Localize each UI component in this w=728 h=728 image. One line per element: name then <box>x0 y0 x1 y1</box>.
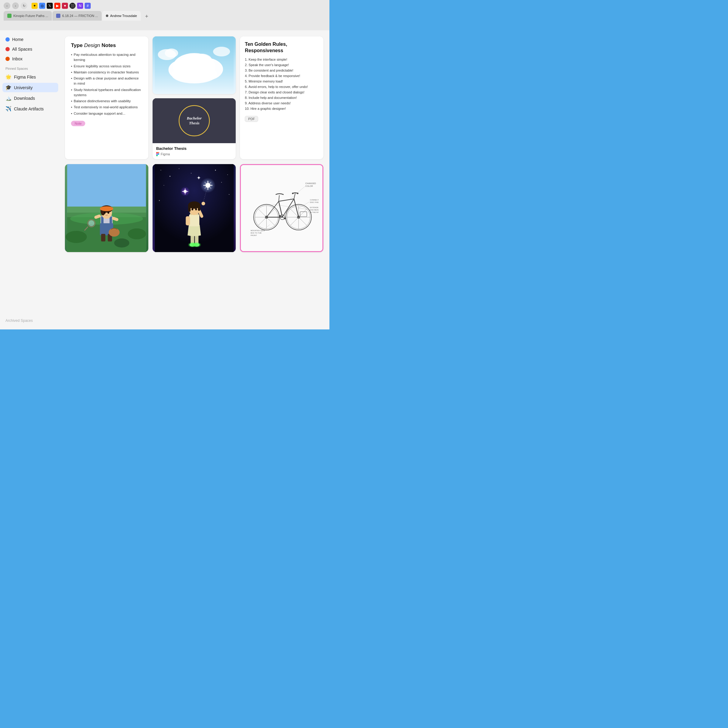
sidebar-item-inbox[interactable]: Inbox <box>2 55 58 63</box>
svg-point-49 <box>169 176 170 177</box>
pdf-card[interactable]: Ten Golden Rules, Responsiveness 1. Keep… <box>240 37 323 159</box>
claude-artifacts-label: Claude Artifacts <box>14 107 44 111</box>
svg-text:Thesis: Thesis <box>189 121 200 125</box>
inbox-label: Inbox <box>12 57 23 61</box>
rule-item: 6. Avoid errors, help to recover, offer … <box>245 84 318 89</box>
sketch-card[interactable]: CHANGED COLOR CONNECTED DISC FIXED EXTEN… <box>240 164 323 252</box>
pdf-card-title: Ten Golden Rules, Responsiveness <box>245 41 318 54</box>
sidebar-item-all-spaces[interactable]: All Spaces <box>2 45 58 54</box>
svg-point-27 <box>114 239 129 248</box>
cards-row-1: Type Design Notes Pay meticulous attenti… <box>65 37 323 159</box>
rule-item: 3. Be consistent and predictable! <box>245 68 318 73</box>
note-card[interactable]: Type Design Notes Pay meticulous attenti… <box>65 37 148 159</box>
star-girl-card[interactable] <box>153 164 236 252</box>
ext-icon-1[interactable]: ✦ <box>32 3 38 9</box>
svg-rect-43 <box>101 234 105 242</box>
svg-point-52 <box>215 170 216 171</box>
thesis-info: Bachelor Thesis <box>153 143 236 159</box>
tab-kinopio-favicon <box>7 14 12 18</box>
ext-icon-3[interactable]: 𝕏 <box>47 3 53 9</box>
back-button[interactable]: ‹ <box>4 2 10 9</box>
svg-point-115 <box>297 193 298 194</box>
add-tab-button[interactable]: + <box>142 12 151 21</box>
ext-icon-7[interactable]: N <box>77 3 83 9</box>
sidebar-item-downloads[interactable]: 🏔️ Downloads <box>2 93 58 103</box>
forward-button[interactable]: › <box>12 2 19 9</box>
svg-point-6 <box>191 54 213 69</box>
sky-background <box>153 37 236 94</box>
svg-point-37 <box>107 212 109 214</box>
list-item: Consider language support and... <box>71 111 142 116</box>
svg-point-7 <box>175 58 195 71</box>
svg-point-53 <box>227 174 228 175</box>
app-area: Home All Spaces Inbox Pinned Spaces 🌟 Fi… <box>0 30 329 329</box>
svg-rect-17 <box>156 153 158 155</box>
svg-rect-77 <box>189 214 199 226</box>
list-item: Test extensively in real-world applicati… <box>71 105 142 110</box>
sidebar: Home All Spaces Inbox Pinned Spaces 🌟 Fi… <box>0 30 61 329</box>
svg-point-41 <box>88 220 94 226</box>
svg-point-48 <box>161 170 161 170</box>
svg-text:BOX TO THE: BOX TO THE <box>251 232 262 234</box>
svg-point-57 <box>229 194 229 195</box>
middle-column: Bachelor Thesis Bachelor Thesis <box>153 37 236 159</box>
note-badge: Note <box>71 121 85 126</box>
university-label: University <box>14 85 32 90</box>
svg-text:COLOR: COLOR <box>305 185 313 187</box>
anime-girl-card[interactable] <box>65 164 148 252</box>
claude-artifacts-emoji: ✈️ <box>5 106 12 112</box>
sky-svg <box>153 37 236 94</box>
home-dot <box>5 37 10 41</box>
ext-icon-6[interactable]: ⬛ <box>69 3 75 9</box>
anime-girl-bg <box>65 164 148 252</box>
tab-friction-label: 6.18.24 — FRICTION ... <box>62 14 98 18</box>
star-girl-svg <box>153 164 236 252</box>
thesis-card[interactable]: Bachelor Thesis Bachelor Thesis <box>153 98 236 159</box>
list-item: Balance distinctiveness with usability <box>71 99 142 104</box>
svg-point-25 <box>66 231 87 243</box>
svg-rect-15 <box>156 152 158 153</box>
tab-kinopio-label: Kinopio Future Paths ... <box>13 14 48 18</box>
pinned-spaces-label: Pinned Spaces <box>2 64 58 71</box>
thesis-title: Bachelor Thesis <box>156 146 232 151</box>
archived-spaces-label: Archived Spaces <box>2 317 58 324</box>
svg-rect-30 <box>101 216 104 225</box>
svg-point-118 <box>279 215 281 217</box>
sidebar-bottom: Archived Spaces <box>2 312 58 324</box>
sketch-inner: CHANGED COLOR CONNECTED DISC FIXED EXTEN… <box>241 165 323 251</box>
sidebar-item-home[interactable]: Home <box>2 35 58 44</box>
figma-color-icon <box>156 152 159 156</box>
sidebar-item-university[interactable]: 🎓 University <box>2 83 58 92</box>
svg-point-9 <box>165 49 178 58</box>
downloads-emoji: 🏔️ <box>5 95 12 101</box>
star-girl-bg <box>153 164 236 252</box>
rule-item: 9. Address diverse user needs! <box>245 101 318 106</box>
svg-text:FRONT: FRONT <box>251 235 257 237</box>
svg-point-51 <box>191 173 191 173</box>
tab-andrew[interactable]: Andrew Trousdale <box>102 11 141 21</box>
ext-icon-8[interactable]: # <box>85 3 91 9</box>
tab-andrew-label: Andrew Trousdale <box>110 14 137 18</box>
rule-item: 7. Design clear exits and closed dialogs… <box>245 90 318 95</box>
svg-point-56 <box>159 200 159 201</box>
tab-friction[interactable]: 6.18.24 — FRICTION ... <box>52 11 102 21</box>
ext-icon-4[interactable]: ▶ <box>54 3 60 9</box>
thesis-source: Figma <box>156 152 232 156</box>
svg-point-88 <box>191 208 193 211</box>
svg-text:MOUNTED SIGN: MOUNTED SIGN <box>251 230 265 232</box>
sidebar-item-claude-artifacts[interactable]: ✈️ Claude Artifacts <box>2 104 58 113</box>
rule-item: 2. Speak the user's language! <box>245 63 318 68</box>
ext-icon-2[interactable]: ◎ <box>39 3 45 9</box>
sidebar-item-figma-files[interactable]: 🌟 Figma Files <box>2 72 58 82</box>
thesis-svg: Bachelor Thesis <box>153 98 236 143</box>
sky-card[interactable] <box>153 37 236 94</box>
svg-text:DISC FIXED: DISC FIXED <box>310 202 318 203</box>
tab-kinopio[interactable]: Kinopio Future Paths ... <box>4 11 52 21</box>
svg-point-18 <box>158 153 159 155</box>
ext-icon-5[interactable]: ♥ <box>62 3 68 9</box>
svg-point-10 <box>213 47 230 57</box>
rule-item: 4. Provide feedback & be responsive! <box>245 73 318 78</box>
svg-point-26 <box>128 228 146 239</box>
svg-point-54 <box>164 185 164 186</box>
refresh-button[interactable]: ↻ <box>21 2 27 9</box>
